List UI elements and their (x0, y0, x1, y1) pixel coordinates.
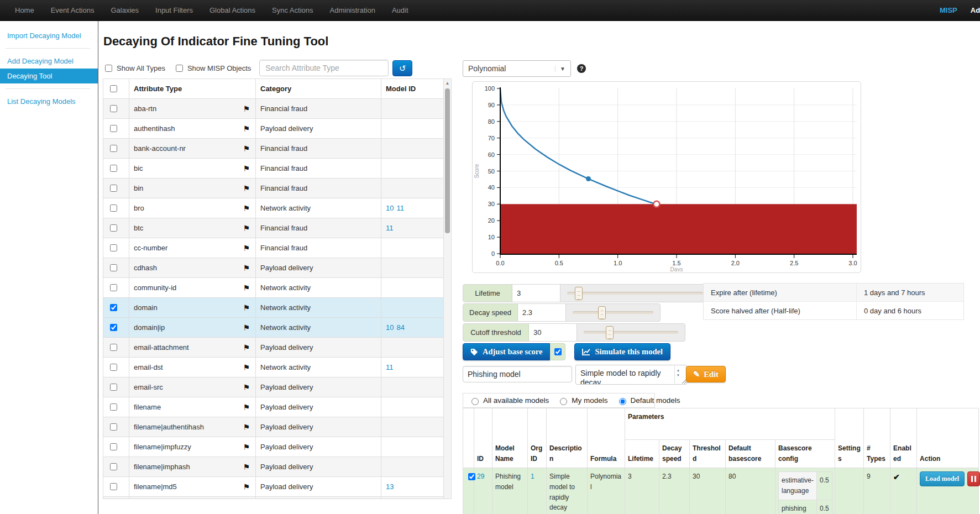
attribute-row[interactable]: ⚑bicFinancial fraud (103, 159, 444, 179)
attribute-row[interactable]: ⚑filename|md5Payload delivery13 (103, 477, 444, 497)
nav-item-sync-actions[interactable]: Sync Actions (264, 0, 321, 20)
attribute-row[interactable]: ⚑filename|authentihashPayload delivery (103, 417, 444, 437)
attribute-row[interactable]: ⚑community-idNetwork activity (103, 278, 444, 298)
attribute-row[interactable]: ⚑cdhashPayload delivery (103, 258, 444, 278)
attribute-row-checkbox[interactable] (110, 224, 117, 232)
attribute-row[interactable]: ⚑btcFinancial fraud11 (103, 218, 444, 238)
attribute-row-checkbox[interactable] (110, 443, 117, 450)
model-name-input[interactable] (463, 366, 572, 382)
misp-brand-link[interactable]: MISP (940, 0, 957, 20)
help-icon[interactable]: ? (577, 64, 586, 73)
attribute-row[interactable]: ⚑bank-account-nrFinancial fraud (103, 139, 444, 159)
show-all-types-option[interactable]: Show All Types (103, 63, 165, 74)
attribute-row-checkbox[interactable] (110, 483, 117, 490)
attribute-row[interactable]: ⚑filename|imphashPayload delivery (103, 457, 444, 477)
lifetime-input[interactable] (512, 285, 560, 302)
sidebar-item-import-decaying-model[interactable]: Import Decaying Model (0, 28, 98, 43)
lifetime-slider[interactable]: ─── (560, 285, 710, 302)
show-all-types-checkbox[interactable] (105, 65, 112, 72)
nav-item-home[interactable]: Home (7, 0, 43, 20)
textarea-scroll-arrows[interactable]: ▲▼ (674, 366, 682, 384)
model-filter-radio[interactable] (619, 398, 626, 405)
attribute-row[interactable]: ⚑authentihashPayload delivery (103, 119, 444, 139)
attribute-row-checkbox[interactable] (110, 384, 117, 391)
nav-item-administration[interactable]: Administration (322, 0, 384, 20)
model-id-link[interactable]: 10 (386, 204, 394, 212)
adjust-base-score-toggle[interactable] (550, 343, 565, 360)
select-all-checkbox[interactable] (110, 85, 117, 92)
attribute-row[interactable]: ⚑aba-rtnFinancial fraud (103, 99, 444, 119)
edit-model-button[interactable]: ✎Edit (686, 366, 726, 382)
attribute-row[interactable]: ⚑email-attachmentPayload delivery (103, 338, 444, 358)
attribute-row-checkbox[interactable] (110, 125, 117, 132)
model-filter-radio[interactable] (471, 398, 479, 405)
attribute-row-checkbox[interactable] (110, 324, 117, 331)
attribute-row-checkbox[interactable] (110, 304, 117, 311)
model-row[interactable]: 29Phishing model1Simple model to rapidly… (463, 468, 979, 514)
model-id-link[interactable]: 10 (386, 323, 394, 332)
model-id-link[interactable]: 13 (386, 482, 394, 491)
decay-speed-input[interactable] (518, 304, 566, 321)
sidebar-item-decaying-tool[interactable]: Decaying Tool (0, 69, 98, 83)
attribute-row-checkbox[interactable] (110, 165, 117, 172)
nav-item-galaxies[interactable]: Galaxies (102, 0, 147, 20)
org-id-link[interactable]: 1 (531, 473, 534, 480)
attribute-row-checkbox[interactable] (110, 105, 117, 112)
cutoff-threshold-input[interactable] (529, 324, 577, 341)
attribute-row-checkbox[interactable] (110, 423, 117, 431)
attribute-row-checkbox[interactable] (110, 463, 117, 470)
model-id-link[interactable]: 11 (396, 204, 404, 212)
show-misp-objects-option[interactable]: Show MISP Objects (174, 63, 251, 74)
attribute-row[interactable]: ⚑email-srcPayload delivery (103, 377, 444, 397)
attribute-row[interactable]: ⚑domainNetwork activity (103, 298, 444, 318)
load-model-button[interactable]: Load model (920, 471, 965, 486)
model-filter-all-available-models[interactable]: All available models (469, 396, 549, 405)
model-description-textarea[interactable]: Simple model to rapidly decay (575, 365, 687, 385)
attribute-row-checkbox[interactable] (110, 244, 117, 251)
admin-menu-link[interactable]: Admin (957, 0, 980, 20)
attribute-row[interactable]: ⚑domain|ipNetwork activity1084 (103, 318, 444, 338)
attribute-row[interactable]: ⚑filename|impfuzzyPayload delivery (103, 437, 444, 457)
attribute-row-checkbox[interactable] (110, 364, 117, 371)
adjust-base-score-checkbox[interactable] (554, 348, 562, 355)
scrollbar-up-icon[interactable]: ▲ (444, 79, 451, 87)
attribute-row-checkbox[interactable] (110, 185, 117, 192)
attribute-row[interactable]: ⚑broNetwork activity1011 (103, 198, 444, 218)
model-id-link[interactable]: 84 (396, 323, 404, 332)
nav-item-input-filters[interactable]: Input Filters (147, 0, 201, 20)
attribute-row[interactable]: ⚑cc-numberFinancial fraud (103, 238, 444, 258)
simulate-model-button[interactable]: Simulate this model (574, 343, 670, 360)
decay-speed-slider-handle[interactable]: ─── (598, 306, 606, 319)
disable-model-button[interactable] (967, 471, 980, 486)
nav-item-audit[interactable]: Audit (384, 0, 417, 20)
attribute-row[interactable]: ⚑binFinancial fraud (103, 179, 444, 198)
sidebar-item-list-decaying-models[interactable]: List Decaying Models (0, 94, 98, 109)
cutoff-threshold-slider-handle[interactable]: ─── (606, 326, 614, 339)
attribute-row-checkbox[interactable] (110, 403, 117, 411)
model-id-link[interactable]: 11 (386, 363, 394, 371)
table-scrollbar[interactable]: ▲ (443, 79, 451, 499)
decay-chart[interactable]: 01020304050607080901000.00.51.01.52.02.5… (472, 81, 861, 273)
decay-speed-slider[interactable]: ─── (566, 304, 660, 321)
show-misp-objects-checkbox[interactable] (176, 65, 183, 72)
cutoff-threshold-slider[interactable]: ─── (577, 324, 685, 341)
attribute-row-checkbox[interactable] (110, 284, 117, 291)
model-filter-default-models[interactable]: Default models (616, 396, 680, 405)
search-attribute-input[interactable] (259, 60, 389, 76)
attribute-row[interactable]: ⚑filename|pehashPayload delivery13 (103, 497, 444, 500)
attribute-row[interactable]: ⚑filenamePayload delivery (103, 397, 444, 417)
sidebar-item-add-decaying-model[interactable]: Add Decaying Model (0, 54, 98, 69)
model-filter-my-models[interactable]: My models (557, 396, 607, 405)
model-row-checkbox[interactable] (468, 473, 475, 480)
scrollbar-thumb[interactable] (445, 88, 450, 233)
attribute-row[interactable]: ⚑email-dstNetwork activity11 (103, 358, 444, 377)
attribute-row-checkbox[interactable] (110, 264, 117, 271)
nav-item-global-actions[interactable]: Global Actions (201, 0, 264, 20)
refresh-button[interactable]: ↺ (392, 60, 412, 76)
model-id-link[interactable]: 11 (386, 224, 394, 232)
formula-select[interactable]: Polynomial ▼ (463, 60, 571, 77)
lifetime-slider-handle[interactable]: ─── (575, 287, 583, 300)
model-id-link[interactable]: 29 (477, 473, 484, 480)
attribute-row-checkbox[interactable] (110, 145, 117, 152)
attribute-row-checkbox[interactable] (110, 204, 117, 212)
